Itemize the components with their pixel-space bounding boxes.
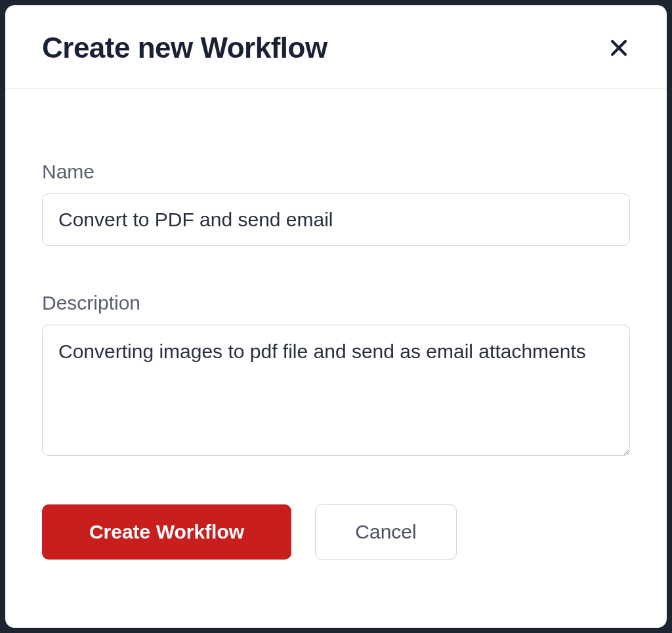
description-label: Description	[42, 292, 630, 314]
button-row: Create Workflow Cancel	[42, 504, 630, 560]
modal-title: Create new Workflow	[42, 31, 327, 64]
name-input[interactable]	[42, 194, 630, 246]
description-input[interactable]: Converting images to pdf file and send a…	[42, 325, 630, 456]
name-label: Name	[42, 161, 630, 183]
modal-header: Create new Workflow	[5, 5, 667, 89]
description-form-group: Description Converting images to pdf fil…	[42, 292, 630, 459]
close-button[interactable]	[604, 33, 634, 63]
name-form-group: Name	[42, 161, 630, 246]
create-workflow-button[interactable]: Create Workflow	[42, 504, 291, 560]
modal-body: Name Description Converting images to pd…	[5, 89, 667, 628]
create-workflow-modal: Create new Workflow Name Description Con…	[5, 5, 667, 628]
cancel-button[interactable]: Cancel	[315, 504, 457, 560]
close-icon	[608, 37, 630, 59]
